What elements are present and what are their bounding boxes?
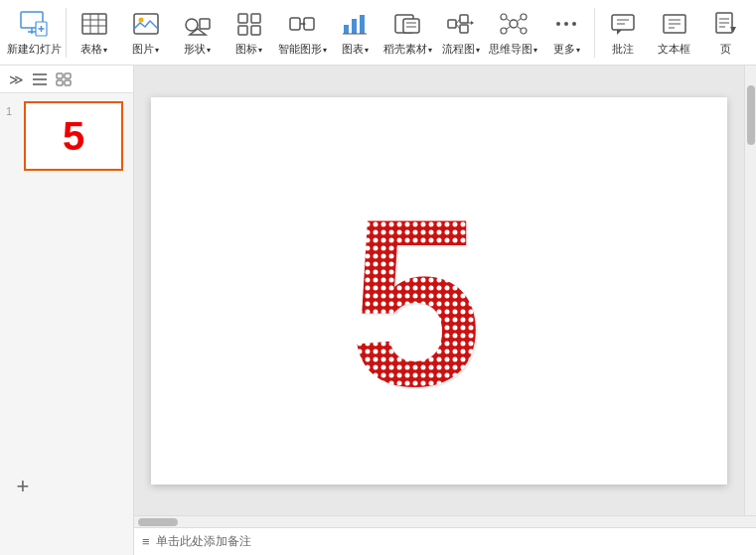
shape-icon bbox=[182, 8, 214, 40]
svg-rect-19 bbox=[251, 26, 260, 35]
svg-point-42 bbox=[521, 14, 527, 20]
stock-label: 稻壳素材▾ bbox=[383, 42, 432, 57]
panel-expand-button[interactable]: ≫ bbox=[6, 69, 26, 89]
svg-rect-75 bbox=[340, 157, 538, 425]
svg-point-12 bbox=[138, 18, 143, 23]
stock-button[interactable]: 稻壳素材▾ bbox=[380, 3, 434, 63]
notes-placeholder[interactable]: 单击此处添加备注 bbox=[156, 533, 251, 550]
slide-panel: ≫ 1 5 bbox=[0, 66, 134, 555]
new-slide-label: 新建幻灯片 bbox=[7, 42, 62, 57]
svg-line-44 bbox=[507, 19, 510, 21]
textbox-label: 文本框 bbox=[658, 42, 690, 57]
slide-thumb-content: 5 bbox=[63, 114, 84, 159]
chart-label: 图表▾ bbox=[342, 42, 369, 57]
svg-point-43 bbox=[521, 28, 527, 34]
panel-list-button[interactable] bbox=[30, 69, 50, 89]
main-layout: ≫ 1 5 bbox=[0, 66, 756, 555]
big-five-svg: 5 5 bbox=[340, 157, 538, 425]
image-icon bbox=[130, 8, 162, 40]
table-button[interactable]: 表格▾ bbox=[69, 3, 120, 63]
svg-rect-11 bbox=[134, 14, 158, 34]
comment-label: 批注 bbox=[612, 42, 634, 57]
smart-shape-label: 智能图形▾ bbox=[278, 42, 327, 57]
svg-rect-29 bbox=[403, 19, 419, 33]
divider-2 bbox=[594, 8, 595, 58]
page-label: 页 bbox=[720, 42, 731, 57]
add-slide-button[interactable]: + bbox=[17, 476, 30, 497]
svg-rect-24 bbox=[344, 25, 349, 34]
canvas-area: 5 5 ≡ 单击此处添加备 bbox=[134, 66, 756, 555]
svg-marker-15 bbox=[190, 29, 206, 35]
svg-rect-16 bbox=[238, 14, 247, 23]
svg-rect-6 bbox=[82, 14, 106, 34]
svg-marker-38 bbox=[471, 21, 474, 25]
new-slide-button[interactable]: 新建幻灯片 bbox=[4, 3, 64, 63]
svg-point-48 bbox=[556, 22, 560, 26]
right-scrollbar[interactable] bbox=[744, 66, 756, 515]
mindmap-button[interactable]: 思维导图▾ bbox=[487, 3, 540, 63]
slide-panel-toolbar: ≫ bbox=[0, 66, 133, 93]
panel-grid-button[interactable] bbox=[54, 69, 74, 89]
divider-1 bbox=[66, 8, 67, 58]
svg-rect-51 bbox=[612, 15, 634, 30]
flow-button[interactable]: 流程图▾ bbox=[435, 3, 487, 63]
icon-icon bbox=[233, 8, 265, 40]
table-label: 表格▾ bbox=[80, 42, 107, 57]
chart-icon bbox=[339, 8, 371, 40]
slide-canvas: 5 5 bbox=[151, 97, 727, 485]
svg-point-49 bbox=[564, 22, 568, 26]
svg-point-39 bbox=[510, 20, 518, 28]
horizontal-scrollbar[interactable] bbox=[134, 515, 756, 527]
comment-icon bbox=[607, 8, 639, 40]
notes-bar[interactable]: ≡ 单击此处添加备注 bbox=[134, 527, 756, 555]
toolbar: 新建幻灯片 表格▾ 图片▾ bbox=[0, 0, 756, 66]
slide-item: 1 5 bbox=[6, 101, 127, 171]
flow-icon bbox=[445, 8, 477, 40]
svg-rect-33 bbox=[460, 15, 468, 23]
svg-rect-26 bbox=[360, 15, 365, 34]
icon-button[interactable]: 图标▾ bbox=[224, 3, 275, 63]
svg-marker-54 bbox=[617, 30, 622, 35]
scroll-thumb[interactable] bbox=[747, 85, 755, 145]
svg-point-40 bbox=[501, 14, 507, 20]
icon-label: 图标▾ bbox=[235, 42, 262, 57]
new-slide-icon bbox=[18, 8, 50, 40]
textbox-icon bbox=[659, 8, 690, 40]
svg-rect-34 bbox=[460, 25, 468, 33]
stock-icon bbox=[391, 8, 423, 40]
svg-rect-68 bbox=[65, 73, 71, 78]
page-button[interactable]: 页 bbox=[700, 3, 752, 63]
shape-button[interactable]: 形状▾ bbox=[172, 3, 224, 63]
chart-button[interactable]: 图表▾ bbox=[329, 3, 380, 63]
svg-line-47 bbox=[518, 27, 521, 29]
svg-rect-32 bbox=[448, 20, 456, 28]
svg-point-13 bbox=[186, 19, 198, 31]
svg-line-45 bbox=[507, 27, 510, 29]
canvas-scroll[interactable]: 5 5 bbox=[134, 66, 744, 515]
shape-label: 形状▾ bbox=[184, 42, 211, 57]
svg-point-41 bbox=[501, 28, 507, 34]
slide-number: 1 bbox=[6, 105, 20, 117]
mindmap-icon bbox=[498, 8, 529, 40]
more-button[interactable]: 更多▾ bbox=[540, 3, 592, 63]
flow-label: 流程图▾ bbox=[442, 42, 480, 57]
svg-rect-67 bbox=[57, 73, 63, 78]
smart-shape-button[interactable]: 智能图形▾ bbox=[275, 3, 329, 63]
image-button[interactable]: 图片▾ bbox=[120, 3, 172, 63]
more-icon bbox=[550, 8, 582, 40]
svg-line-46 bbox=[518, 19, 521, 21]
slide-thumbnail[interactable]: 5 bbox=[24, 101, 123, 171]
svg-rect-20 bbox=[290, 18, 300, 30]
hscroll-thumb[interactable] bbox=[138, 518, 178, 526]
svg-marker-63 bbox=[730, 27, 736, 33]
smart-shape-icon bbox=[286, 8, 318, 40]
svg-rect-17 bbox=[251, 14, 260, 23]
comment-button[interactable]: 批注 bbox=[597, 3, 649, 63]
more-label: 更多▾ bbox=[553, 42, 580, 57]
image-label: 图片▾ bbox=[132, 42, 159, 57]
svg-rect-25 bbox=[352, 19, 357, 34]
page-icon bbox=[710, 8, 742, 40]
notes-icon: ≡ bbox=[142, 534, 150, 549]
textbox-button[interactable]: 文本框 bbox=[649, 3, 700, 63]
svg-rect-69 bbox=[57, 80, 63, 85]
